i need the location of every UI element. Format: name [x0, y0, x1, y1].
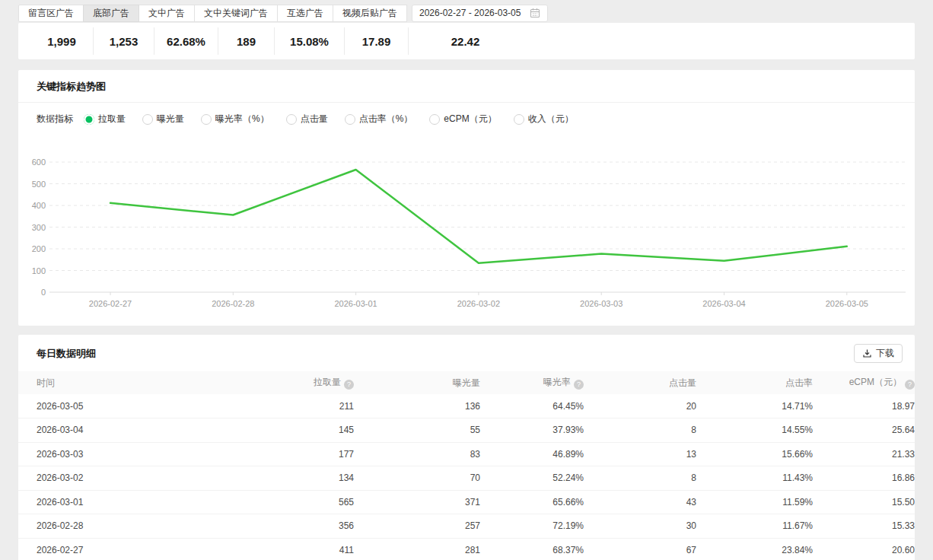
table-row: 2026-03-021347052.24%811.43%16.861.18	[18, 466, 915, 491]
column-header-2: 曝光量	[354, 371, 480, 394]
column-header-label: 拉取量	[314, 377, 341, 387]
cell-value: 13	[584, 442, 696, 466]
cell-date: 2026-03-05	[18, 394, 240, 418]
radio-unselected-icon	[345, 114, 355, 125]
column-header-label: 时间	[37, 377, 55, 388]
ad-type-tab-4[interactable]: 互选广告	[277, 5, 333, 22]
svg-text:2026-02-28: 2026-02-28	[212, 299, 254, 308]
metric-radio-5[interactable]: eCPM（元）	[429, 113, 496, 126]
ad-type-tab-5[interactable]: 视频后贴广告	[333, 5, 407, 22]
table-header-row: 时间拉取量?曝光量曝光率?点击量点击率eCPM（元）?收入（元）	[18, 371, 915, 394]
ad-type-tab-0[interactable]: 留言区广告	[18, 5, 84, 22]
summary-stat-value-0: 1,999	[30, 27, 93, 55]
metric-radio-3[interactable]: 点击量	[286, 113, 328, 126]
summary-stat-value-1: 1,253	[93, 27, 154, 55]
svg-text:400: 400	[32, 201, 46, 210]
cell-value: 18.97	[813, 394, 915, 418]
radio-unselected-icon	[201, 114, 212, 125]
column-header-label: eCPM（元）	[849, 377, 902, 387]
svg-text:2026-03-04: 2026-03-04	[702, 299, 745, 308]
cell-value: 20.60	[813, 538, 915, 560]
svg-text:2026-03-02: 2026-03-02	[457, 299, 500, 308]
cell-value: 64.45%	[480, 394, 584, 418]
cell-value: 25.64	[813, 418, 915, 443]
cell-value: 43	[584, 490, 696, 514]
table-row: 2026-02-2741128168.37%6723.84%20.605.79	[18, 538, 915, 560]
cell-value: 68.37%	[480, 538, 584, 560]
column-header-3: 曝光率?	[480, 371, 584, 394]
cell-value: 15.50	[813, 490, 915, 514]
svg-text:2026-03-03: 2026-03-03	[580, 299, 623, 308]
column-header-4: 点击量	[584, 371, 696, 394]
cell-value: 145	[240, 418, 354, 443]
trend-line-chart[interactable]: 01002003004005006002026-02-272026-02-282…	[18, 136, 915, 315]
column-header-label: 点击率	[785, 377, 813, 388]
svg-text:200: 200	[32, 244, 46, 253]
cell-value: 30	[584, 514, 696, 539]
date-range-picker[interactable]: 2026-02-27 - 2026-03-05	[412, 5, 548, 22]
download-icon	[862, 348, 872, 358]
daily-section-title: 每日数据明细	[37, 347, 96, 361]
help-icon[interactable]: ?	[574, 380, 584, 390]
metric-radio-0[interactable]: 拉取量	[84, 113, 126, 126]
metric-radio-label: 点击量	[301, 113, 328, 126]
help-icon[interactable]: ?	[344, 380, 354, 390]
trend-chart-svg: 01002003004005006002026-02-272026-02-282…	[18, 136, 915, 315]
ad-type-tab-1[interactable]: 底部广告	[83, 5, 139, 22]
radio-unselected-icon	[142, 114, 153, 125]
cell-value: 356	[240, 514, 354, 539]
cell-value: 15.33	[813, 514, 915, 539]
svg-text:100: 100	[32, 266, 46, 275]
help-icon[interactable]: ?	[905, 380, 915, 390]
column-header-0: 时间	[18, 371, 240, 394]
cell-date: 2026-03-02	[18, 466, 240, 491]
cell-value: 281	[354, 538, 480, 560]
trend-section-title: 关键指标趋势图	[37, 80, 896, 94]
cell-value: 15.66%	[696, 442, 813, 466]
calendar-icon	[530, 8, 540, 18]
cell-value: 371	[354, 490, 480, 514]
cell-value: 65.66%	[480, 490, 584, 514]
table-row: 2026-03-041455537.93%814.55%25.641.41	[18, 418, 915, 443]
cell-value: 72.19%	[480, 514, 584, 539]
cell-value: 83	[354, 442, 480, 466]
cell-value: 565	[240, 490, 354, 514]
summary-stat-value-6: 22.42	[408, 27, 522, 55]
cell-value: 70	[354, 466, 480, 491]
svg-text:2026-03-05: 2026-03-05	[826, 299, 868, 308]
ad-type-tab-2[interactable]: 文中广告	[139, 5, 195, 22]
cell-value: 8	[584, 466, 696, 491]
metric-radio-label: 曝光量	[157, 113, 184, 126]
metric-group-label: 数据指标	[37, 113, 73, 126]
column-header-5: 点击率	[696, 371, 813, 394]
column-header-label: 点击量	[669, 377, 696, 388]
metric-radio-1[interactable]: 曝光量	[142, 113, 184, 126]
cell-date: 2026-02-28	[18, 514, 240, 539]
radio-unselected-icon	[286, 114, 297, 125]
cell-value: 8	[584, 418, 696, 443]
cell-date: 2026-03-04	[18, 418, 240, 443]
metric-radio-group: 数据指标 拉取量曝光量曝光率（%）点击量点击率（%）eCPM（元）收入（元）	[18, 103, 915, 133]
table-row: 2026-03-0521113664.45%2014.71%18.972.58	[18, 394, 915, 418]
svg-text:500: 500	[32, 180, 46, 189]
cell-value: 14.55%	[696, 418, 813, 443]
summary-stat-value-4: 15.08%	[274, 27, 344, 55]
ad-type-tab-3[interactable]: 文中关键词广告	[194, 5, 278, 22]
cell-value: 67	[584, 538, 696, 560]
summary-stat-value-3: 189	[218, 27, 274, 55]
metric-radio-2[interactable]: 曝光率（%）	[201, 113, 269, 126]
date-range-value: 2026-02-27 - 2026-03-05	[419, 8, 521, 18]
cell-value: 20	[584, 394, 696, 418]
metric-radio-6[interactable]: 收入（元）	[514, 113, 574, 126]
metric-radio-4[interactable]: 点击率（%）	[345, 113, 413, 126]
cell-value: 134	[240, 466, 354, 491]
svg-text:2026-02-27: 2026-02-27	[89, 299, 132, 308]
svg-text:300: 300	[32, 223, 46, 232]
summary-stats-card: 1,9991,25362.68%18915.08%17.8922.42	[18, 23, 915, 59]
download-button[interactable]: 下载	[854, 344, 903, 363]
svg-text:2026-03-01: 2026-03-01	[334, 299, 377, 308]
table-row: 2026-03-031778346.89%1315.66%21.331.77	[18, 442, 915, 466]
download-label: 下载	[876, 347, 894, 360]
table-row: 2026-03-0156537165.66%4311.59%15.505.75	[18, 490, 915, 514]
summary-stat-value-5: 17.89	[344, 27, 408, 55]
